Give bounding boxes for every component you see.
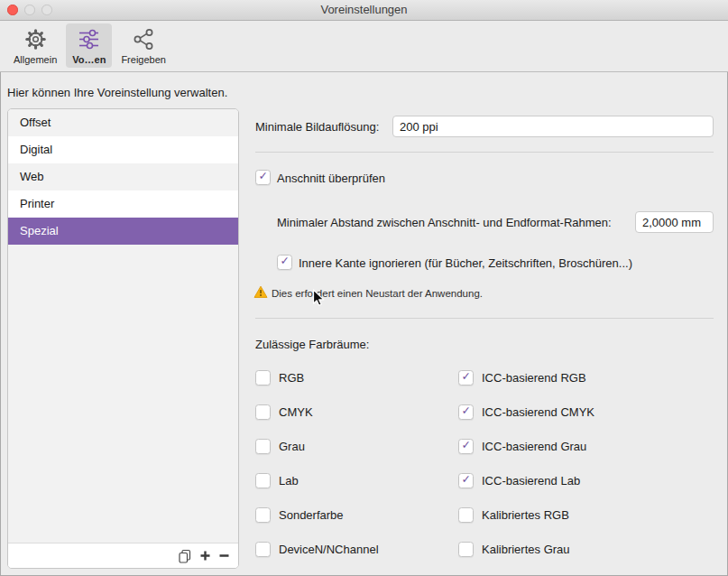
share-icon <box>132 25 156 53</box>
preferences-window: Voreinstellungen <box>0 0 728 576</box>
preset-list-actions <box>8 543 238 568</box>
colorspace-checkbox-cmyk[interactable] <box>255 404 271 420</box>
colorspace-checkbox-icc-rgb[interactable] <box>458 370 474 386</box>
colorspace-item: Sonderfarbe <box>255 507 458 542</box>
colorspace-item: Kalibriertes RGB <box>458 507 714 542</box>
colorspace-checkbox-icc-cmyk[interactable] <box>458 404 474 420</box>
colorspace-label: ICC-basierend RGB <box>482 370 586 386</box>
toolbar-label: Allgemein <box>14 54 57 65</box>
colorspace-checkbox-lab[interactable] <box>255 473 271 488</box>
colorspace-item: Lab <box>255 473 458 507</box>
colorspace-label: Lab <box>279 473 299 488</box>
inner-edge-label: Innere Kante ignorieren (für Bücher, Zei… <box>299 256 632 270</box>
bleed-check-label: Anschnitt überprüfen <box>277 172 385 185</box>
min-distance-label: Minimaler Abstand zwischen Anschnitt- un… <box>277 216 612 229</box>
colorspace-checkbox-sonderfarbe[interactable] <box>255 507 271 523</box>
toolbar-label: Vo…en <box>72 54 106 65</box>
colorspace-item: ICC-basierend Lab <box>458 473 714 507</box>
colorspace-item: Kalibriertes Grau <box>458 542 714 576</box>
colorspace-label: DeviceN/NChannel <box>279 542 379 557</box>
colorspace-grid: RGB ICC-basierend RGB CMYK ICC-basierend… <box>255 370 714 576</box>
list-item-digital[interactable]: Digital <box>8 136 238 163</box>
colorspace-label: CMYK <box>279 404 313 420</box>
sliders-icon <box>77 25 101 53</box>
toolbar-item-freigeben[interactable]: Freigeben <box>115 23 172 68</box>
preset-rows: Offset Digital Web Printer Spezial <box>8 109 238 245</box>
colorspace-checkbox-kalibriertes-rgb[interactable] <box>458 507 474 523</box>
colorspace-label: Kalibriertes RGB <box>482 507 569 523</box>
toolbar-label: Freigeben <box>121 54 166 65</box>
list-item-web[interactable]: Web <box>8 163 238 190</box>
list-item-spezial[interactable]: Spezial <box>8 218 238 245</box>
list-item-printer[interactable]: Printer <box>8 190 238 218</box>
colorspace-checkbox-grau[interactable] <box>255 439 271 454</box>
colorspace-item: ICC-basierend CMYK <box>458 404 714 439</box>
colorspace-checkbox-kalibriertes-grau[interactable] <box>458 542 474 557</box>
colorspaces-label: Zulässige Farbräume: <box>255 338 369 351</box>
remove-preset-button[interactable] <box>218 550 230 562</box>
colorspace-label: Kalibriertes Grau <box>482 542 570 557</box>
intro-text: Hier können Ihre Voreinstellung verwalte… <box>7 86 227 99</box>
close-button[interactable] <box>7 5 18 15</box>
divider <box>255 152 714 153</box>
add-preset-button[interactable] <box>199 550 211 562</box>
zoom-button[interactable] <box>41 5 52 15</box>
colorspace-label: Sonderfarbe <box>279 507 344 523</box>
inner-edge-checkbox[interactable] <box>277 255 292 270</box>
colorspace-checkbox-icc-grau[interactable] <box>458 439 474 454</box>
min-resolution-label: Minimale Bildauflösung: <box>255 120 379 134</box>
toolbar: Allgemein Vo…en <box>0 21 728 72</box>
divider <box>255 318 714 319</box>
gear-icon <box>23 25 48 53</box>
colorspace-item: ICC-basierend Grau <box>458 439 714 473</box>
colorspace-label: RGB <box>279 370 304 386</box>
colorspace-item: Grau <box>255 439 458 473</box>
bleed-check-checkbox[interactable] <box>255 170 271 185</box>
window-title: Voreinstellungen <box>0 0 728 20</box>
min-resolution-input[interactable] <box>392 116 714 137</box>
colorspace-checkbox-icc-lab[interactable] <box>458 473 474 488</box>
list-item-offset[interactable]: Offset <box>8 109 238 136</box>
colorspace-item: CMYK <box>255 404 458 439</box>
minimize-button[interactable] <box>24 5 35 15</box>
colorspace-label: Grau <box>279 439 305 454</box>
min-distance-input[interactable] <box>635 211 714 233</box>
colorspace-label: ICC-basierend Grau <box>482 439 586 454</box>
colorspace-item: ICC-basierend RGB <box>458 370 714 404</box>
toolbar-item-voreinstellungen[interactable]: Vo…en <box>66 23 112 68</box>
colorspace-item: RGB <box>255 370 458 404</box>
mouse-cursor <box>312 289 326 311</box>
preset-list: Offset Digital Web Printer Spezial <box>7 108 239 569</box>
colorspace-label: ICC-basierend Lab <box>482 473 580 488</box>
title-bar: Voreinstellungen <box>0 0 728 21</box>
warning-icon <box>253 285 268 302</box>
restart-warning-text: Dies erfordert einen Neustart der Anwend… <box>272 288 483 299</box>
duplicate-preset-button[interactable] <box>178 549 192 563</box>
colorspace-checkbox-devicen[interactable] <box>255 542 271 557</box>
colorspace-checkbox-rgb[interactable] <box>255 370 271 386</box>
toolbar-item-allgemein[interactable]: Allgemein <box>7 23 63 68</box>
colorspace-item: DeviceN/NChannel <box>255 542 458 576</box>
colorspace-label: ICC-basierend CMYK <box>482 404 594 420</box>
